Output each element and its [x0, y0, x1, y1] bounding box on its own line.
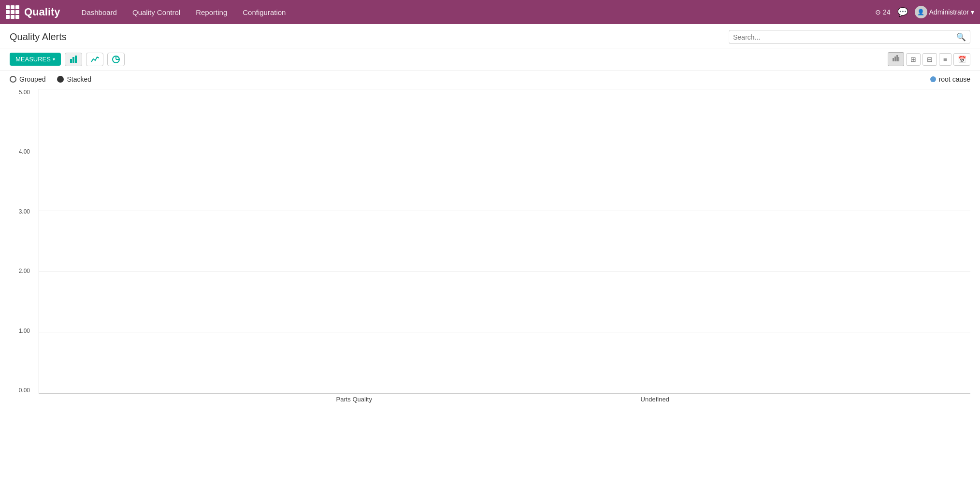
legend-label: root cause — [939, 75, 970, 83]
topbar-right: ⊙ 24 💬 👤 Administrator ▾ — [875, 6, 974, 18]
apps-grid-icon[interactable] — [6, 5, 19, 19]
x-label-undefined: Undefined — [538, 396, 772, 403]
brand-label[interactable]: Quality — [24, 6, 60, 18]
top-nav: Dashboard Quality Control Reporting Conf… — [74, 0, 875, 24]
topbar: Quality Dashboard Quality Control Report… — [0, 0, 980, 24]
stacked-option[interactable]: Stacked — [57, 75, 91, 83]
toolbar-right: ⊞ ⊟ ≡ 📅 — [888, 52, 970, 66]
nav-configuration[interactable]: Configuration — [235, 0, 293, 24]
y-label-2: 2.00 — [19, 268, 30, 274]
chart-area: Grouped Stacked root cause 5.00 4.00 3.0… — [0, 71, 980, 413]
search-bar: 🔍 — [729, 30, 970, 44]
y-axis: 5.00 4.00 3.00 2.00 1.00 0.00 — [10, 89, 34, 394]
search-button[interactable]: 🔍 — [956, 32, 966, 42]
view-kanban-button[interactable]: ⊟ — [922, 53, 937, 66]
svg-rect-2 — [75, 56, 77, 63]
chart-inner — [39, 89, 970, 394]
stacked-label: Stacked — [67, 75, 91, 83]
toolbar: MEASURES ▾ — [0, 48, 980, 71]
user-menu[interactable]: 👤 Administrator ▾ — [915, 6, 974, 18]
line-chart-icon — [90, 55, 99, 64]
svg-rect-9 — [898, 57, 899, 61]
user-avatar: 👤 — [915, 6, 927, 18]
svg-rect-1 — [72, 57, 74, 63]
chart-legend: root cause — [930, 75, 970, 83]
notif-count: 24 — [883, 8, 891, 16]
svg-rect-7 — [894, 57, 896, 61]
measures-button[interactable]: MEASURES ▾ — [10, 53, 61, 66]
search-input[interactable] — [733, 33, 956, 41]
view-bar-icon — [892, 55, 900, 62]
user-label: Administrator — [929, 8, 969, 16]
user-chevron-icon: ▾ — [971, 8, 974, 16]
stacked-radio[interactable] — [57, 76, 64, 83]
svg-rect-6 — [893, 58, 894, 61]
view-grid-button[interactable]: ⊞ — [906, 53, 921, 66]
notif-icon: ⊙ — [875, 8, 881, 16]
nav-dashboard[interactable]: Dashboard — [74, 0, 125, 24]
measures-arrow-icon: ▾ — [53, 57, 55, 62]
bars-container — [39, 89, 970, 393]
toolbar-left: MEASURES ▾ — [10, 53, 125, 66]
pie-chart-icon — [112, 55, 120, 64]
y-label-max: 5.00 — [19, 89, 30, 96]
bar-chart: 5.00 4.00 3.00 2.00 1.00 0.00 — [10, 89, 970, 403]
grouped-radio[interactable] — [10, 76, 16, 83]
y-label-min: 0.00 — [19, 387, 30, 394]
y-label-1: 1.00 — [19, 328, 30, 334]
view-calendar-button[interactable]: 📅 — [953, 53, 970, 66]
page-title: Quality Alerts — [10, 31, 67, 43]
y-label-4: 4.00 — [19, 148, 30, 155]
x-label-parts-quality: Parts Quality — [237, 396, 471, 403]
line-chart-view-button[interactable] — [86, 53, 103, 66]
y-label-3: 3.00 — [19, 208, 30, 215]
x-axis-row: Parts Quality Undefined — [39, 394, 970, 403]
svg-rect-8 — [896, 55, 898, 61]
grouped-option[interactable]: Grouped — [10, 75, 45, 83]
svg-rect-0 — [70, 59, 72, 63]
subheader: Quality Alerts 🔍 — [0, 24, 980, 48]
bar-chart-icon — [69, 55, 78, 64]
bar-chart-view-button[interactable] — [65, 53, 82, 66]
view-list-button[interactable]: ≡ — [939, 53, 951, 66]
nav-reporting[interactable]: Reporting — [188, 0, 235, 24]
pie-chart-view-button[interactable] — [107, 53, 125, 66]
chat-icon[interactable]: 💬 — [897, 7, 908, 17]
view-bar-button[interactable] — [888, 52, 904, 66]
chart-options: Grouped Stacked root cause — [10, 75, 970, 83]
measures-label: MEASURES — [15, 56, 51, 63]
legend-dot-icon — [930, 76, 936, 82]
grouped-label: Grouped — [19, 75, 45, 83]
notification-badge[interactable]: ⊙ 24 — [875, 8, 891, 16]
nav-quality-control[interactable]: Quality Control — [125, 0, 188, 24]
